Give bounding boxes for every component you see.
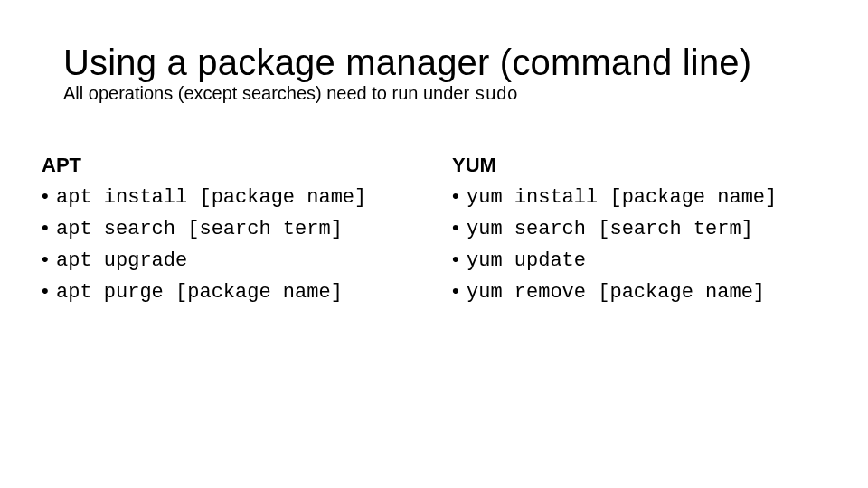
list-item: • yum update [452,244,826,276]
command-text: yum update [467,246,586,276]
command-text: apt search [search term] [56,214,343,244]
command-text: yum install [package name] [467,183,777,212]
list-item: • yum remove [package name] [452,276,826,307]
column-heading-yum: YUM [452,154,826,177]
bullet-icon: • [452,212,467,242]
command-text: apt upgrade [56,246,187,276]
bullet-icon: • [452,181,467,211]
bullet-icon: • [42,276,56,305]
list-item: • apt install [package name] [42,181,416,212]
list-item: • apt upgrade [42,244,416,276]
command-text: apt install [package name] [56,183,366,212]
column-heading-apt: APT [42,154,416,177]
command-text: yum remove [package name] [467,277,765,307]
bullet-icon: • [452,244,467,274]
list-item: • apt purge [package name] [42,276,416,307]
slide-title: Using a package manager (command line) [42,43,826,81]
bullet-icon: • [452,276,467,305]
column-apt: APT • apt install [package name] • apt s… [42,154,416,307]
column-yum: YUM • yum install [package name] • yum s… [452,154,826,307]
command-text: apt purge [package name] [56,277,343,307]
slide-subtitle: All operations (except searches) need to… [42,83,826,105]
list-item: • yum search [search term] [452,212,826,244]
content-columns: APT • apt install [package name] • apt s… [42,154,826,307]
bullet-icon: • [42,212,56,242]
bullet-icon: • [42,181,56,211]
subtitle-code: sudo [475,84,518,105]
list-item: • yum install [package name] [452,181,826,212]
command-text: yum search [search term] [467,214,753,244]
subtitle-text: All operations (except searches) need to… [63,83,475,103]
bullet-icon: • [42,244,56,274]
list-item: • apt search [search term] [42,212,416,244]
